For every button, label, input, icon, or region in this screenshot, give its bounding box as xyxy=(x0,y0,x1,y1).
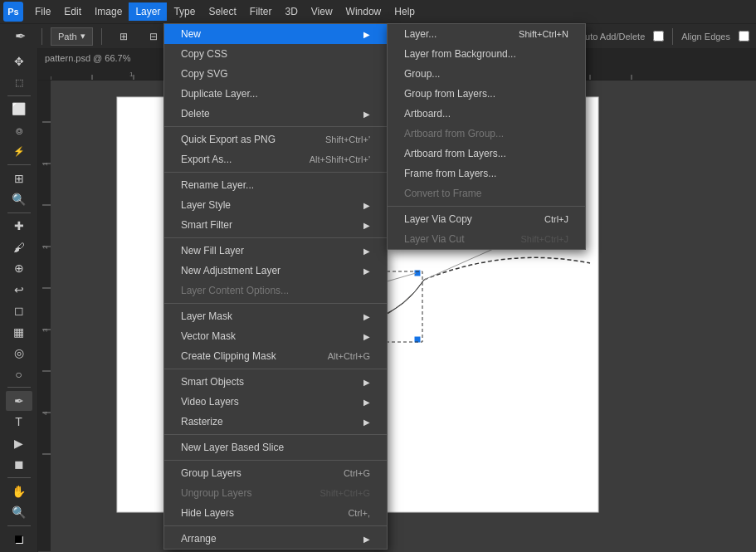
submenu-artboard-label: Artboard... xyxy=(404,108,451,120)
menu-file[interactable]: File xyxy=(28,2,57,21)
menu-help[interactable]: Help xyxy=(388,2,422,21)
menu-edit[interactable]: Edit xyxy=(57,2,88,21)
group-layers-label: Group Layers xyxy=(181,467,241,479)
delete-label: Delete xyxy=(181,108,210,120)
tool-eyedropper[interactable]: 🔍 xyxy=(6,189,32,208)
tool-gradient[interactable]: ▦ xyxy=(6,322,32,341)
layer-menu-copy-svg[interactable]: Copy SVG xyxy=(164,64,387,84)
menu-select[interactable]: Select xyxy=(202,2,242,21)
combine-shapes-btn[interactable]: ⊞ xyxy=(110,24,137,49)
submenu-frame-from-layers[interactable]: Frame from Layers... xyxy=(388,164,585,183)
submenu-group-from-layers[interactable]: Group from Layers... xyxy=(388,84,585,104)
layer-sep3 xyxy=(164,237,387,238)
submenu-layer-via-cut-shortcut: Shift+Ctrl+J xyxy=(521,234,568,244)
menu-layer[interactable]: Layer xyxy=(129,2,167,21)
layer-mask-label: Layer Mask xyxy=(181,310,232,322)
auto-add-delete-label: Auto Add/Delete xyxy=(579,32,646,42)
layer-menu-export-as[interactable]: Export As... Alt+Shift+Ctrl+' xyxy=(164,149,387,169)
layer-menu-delete[interactable]: Delete ▶ xyxy=(164,104,387,124)
document-title: pattern.psd @ 66.7% xyxy=(45,53,131,63)
menu-image[interactable]: Image xyxy=(88,2,129,21)
tool-history[interactable]: ↩ xyxy=(6,280,32,299)
layer-sep8 xyxy=(164,525,387,526)
smart-filter-label: Smart Filter xyxy=(181,219,232,231)
submenu-group[interactable]: Group... xyxy=(388,64,585,84)
tool-sep4 xyxy=(7,387,31,388)
app-logo: Ps xyxy=(3,2,23,22)
hide-layers-shortcut: Ctrl+, xyxy=(348,508,370,518)
submenu-artboard-from-layers[interactable]: Artboard from Layers... xyxy=(388,144,585,164)
layer-menu-layer-style[interactable]: Layer Style ▶ xyxy=(164,195,387,215)
layer-menu-new[interactable]: New ▶ Layer... Shift+Ctrl+N Layer from B… xyxy=(164,24,387,44)
subtract-shapes-btn[interactable]: ⊟ xyxy=(140,24,167,49)
new-layer-based-slice-label: New Layer Based Slice xyxy=(181,442,284,453)
layer-mask-arrow: ▶ xyxy=(363,312,370,321)
menu-3d[interactable]: 3D xyxy=(278,2,304,21)
layer-menu-new-adjustment-layer[interactable]: New Adjustment Layer ▶ xyxy=(164,261,387,281)
menu-filter[interactable]: Filter xyxy=(243,2,279,21)
layer-menu-layer-mask[interactable]: Layer Mask ▶ xyxy=(164,306,387,326)
layer-sep4 xyxy=(164,303,387,304)
tool-path-select[interactable]: ▶ xyxy=(6,433,32,452)
tool-pen[interactable]: ✒ xyxy=(6,391,32,410)
submenu-artboard[interactable]: Artboard... xyxy=(388,104,585,124)
layer-menu-create-clipping-mask[interactable]: Create Clipping Mask Alt+Ctrl+G xyxy=(164,346,387,366)
layer-menu-rasterize[interactable]: Rasterize ▶ xyxy=(164,412,387,432)
layer-menu-new-layer-based-slice[interactable]: New Layer Based Slice xyxy=(164,437,387,457)
layer-menu-duplicate[interactable]: Duplicate Layer... xyxy=(164,84,387,104)
layer-menu-video-layers[interactable]: Video Layers ▶ xyxy=(164,392,387,412)
path-dropdown-arrow: ▾ xyxy=(80,31,85,42)
layer-menu-arrange[interactable]: Arrange ▶ xyxy=(164,529,387,549)
menu-bar: Ps File Edit Image Layer Type Select Fil… xyxy=(0,0,756,23)
tool-zoom[interactable]: 🔍 xyxy=(6,502,32,521)
layer-sep2 xyxy=(164,172,387,173)
tool-marquee[interactable]: ⬜ xyxy=(6,100,32,119)
auto-add-delete-checkbox[interactable] xyxy=(653,31,664,42)
layer-menu-group-layers[interactable]: Group Layers Ctrl+G xyxy=(164,463,387,483)
align-edges-checkbox[interactable] xyxy=(739,31,749,42)
layer-menu-rename[interactable]: Rename Layer... xyxy=(164,175,387,195)
tool-sep1 xyxy=(7,95,31,96)
tool-clone[interactable]: ⊕ xyxy=(6,259,32,278)
submenu-group-from-layers-label: Group from Layers... xyxy=(404,88,495,100)
submenu-layer-from-bg[interactable]: Layer from Background... xyxy=(388,44,585,64)
layer-menu-smart-filter[interactable]: Smart Filter ▶ xyxy=(164,215,387,235)
tool-quick-select[interactable]: ⚡ xyxy=(6,142,32,161)
submenu-layer[interactable]: Layer... Shift+Ctrl+N xyxy=(388,24,585,44)
rasterize-label: Rasterize xyxy=(181,416,223,427)
submenu-layer-via-copy[interactable]: Layer Via Copy Ctrl+J xyxy=(388,209,585,229)
menu-view[interactable]: View xyxy=(305,2,339,21)
tool-healing[interactable]: ✚ xyxy=(6,217,32,236)
svg-text:1: 1 xyxy=(41,162,49,166)
tool-artboard[interactable]: ⬚ xyxy=(6,72,32,91)
create-clipping-mask-shortcut: Alt+Ctrl+G xyxy=(328,351,370,361)
layer-menu-vector-mask[interactable]: Vector Mask ▶ xyxy=(164,326,387,346)
tool-move[interactable]: ✥ xyxy=(6,51,32,71)
layer-menu-copy-css[interactable]: Copy CSS xyxy=(164,44,387,64)
tool-shape[interactable]: ◼ xyxy=(6,455,32,474)
layer-menu-smart-objects[interactable]: Smart Objects ▶ xyxy=(164,372,387,392)
arrange-label: Arrange xyxy=(181,533,217,545)
tool-type[interactable]: T xyxy=(6,413,32,432)
tool-hand[interactable]: ✋ xyxy=(6,481,32,501)
tool-dodge[interactable]: ○ xyxy=(6,364,32,383)
tool-crop[interactable]: ⊞ xyxy=(6,169,32,188)
tool-lasso[interactable]: ⌾ xyxy=(6,120,32,139)
copy-svg-label: Copy SVG xyxy=(181,68,228,80)
menu-window[interactable]: Window xyxy=(339,2,388,21)
layer-menu-hide-layers[interactable]: Hide Layers Ctrl+, xyxy=(164,503,387,523)
tool-foreground-bg[interactable]: ■ xyxy=(6,530,32,549)
svg-text:1: 1 xyxy=(129,71,134,78)
new-adjustment-layer-label: New Adjustment Layer xyxy=(181,265,280,276)
tools-panel: ✥ ⬚ ⬜ ⌾ ⚡ ⊞ 🔍 ✚ 🖌 ⊕ ↩ ◻ ▦ ◎ ○ ✒ T ▶ ◼ ✋ … xyxy=(0,48,38,552)
layer-menu-quick-export[interactable]: Quick Export as PNG Shift+Ctrl+' xyxy=(164,129,387,149)
tool-brush[interactable]: 🖌 xyxy=(6,237,32,256)
tool-eraser[interactable]: ◻ xyxy=(6,301,32,320)
tool-blur[interactable]: ◎ xyxy=(6,343,32,362)
layer-sep6 xyxy=(164,434,387,435)
layer-sep7 xyxy=(164,460,387,461)
layer-menu-new-fill-layer[interactable]: New Fill Layer ▶ xyxy=(164,241,387,261)
copy-css-label: Copy CSS xyxy=(181,48,227,60)
path-dropdown[interactable]: Path ▾ xyxy=(51,27,93,46)
menu-type[interactable]: Type xyxy=(167,2,202,21)
